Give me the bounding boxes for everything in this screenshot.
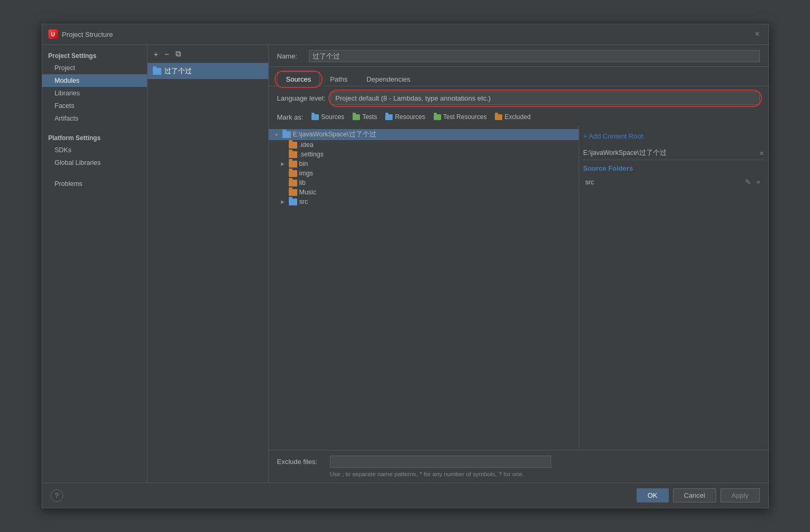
settings-folder-label: .settings (299, 151, 324, 158)
test-resources-folder-icon (434, 114, 441, 120)
cancel-button[interactable]: Cancel (673, 488, 716, 503)
settings-folder-icon (289, 151, 297, 158)
tree-area: ▼ E:\javaWorkSpace\过了个过 .idea .se (269, 126, 579, 450)
sidebar-item-sdks[interactable]: SDKs (42, 144, 147, 156)
expand-bin-icon[interactable]: ▶ (279, 160, 287, 168)
remove-source-folder-button[interactable]: × (755, 178, 762, 186)
sources-folder-icon (311, 114, 319, 120)
resources-folder-icon (385, 114, 393, 120)
app-icon: U (48, 29, 58, 39)
source-folder-actions: ✎ × (744, 178, 762, 186)
imgs-folder-icon (289, 170, 297, 177)
sidebar-item-project[interactable]: Project (42, 62, 147, 74)
sidebar-item-libraries[interactable]: Libraries (42, 87, 147, 100)
mark-excluded-button[interactable]: Excluded (493, 112, 532, 122)
bottom-bar: ? OK Cancel Apply (42, 482, 768, 508)
lib-folder-label: lib (299, 179, 306, 186)
source-folders-title: Source Folders (583, 164, 764, 172)
remove-module-button[interactable]: − (162, 48, 171, 60)
sidebar-item-global-libraries[interactable]: Global Libraries (42, 156, 147, 169)
right-panel: + Add Content Root E:\javaWorkSpace\过了个过… (579, 126, 768, 450)
module-list-item[interactable]: 过了个过 (148, 63, 268, 79)
excluded-folder-icon (495, 114, 502, 120)
title-bar: U Project Structure × (42, 24, 768, 45)
exclude-hint: Use ; to separate name patterns, * for a… (277, 471, 760, 477)
source-folder-item: src ✎ × (583, 176, 764, 188)
mark-tests-button[interactable]: Tests (350, 112, 379, 122)
sidebar-item-problems[interactable]: Problems (42, 178, 147, 190)
add-module-button[interactable]: + (152, 48, 161, 60)
project-structure-dialog: U Project Structure × Project Settings P… (42, 24, 769, 508)
tests-folder-icon (353, 114, 360, 120)
language-select[interactable]: Project default (8 - Lambdas, type annot… (330, 92, 759, 105)
dialog-title: Project Structure (62, 31, 113, 38)
sidebar-item-facets[interactable]: Facets (42, 100, 147, 112)
tree-item-imgs[interactable]: imgs (269, 169, 579, 178)
mark-resources-button[interactable]: Resources (383, 112, 427, 122)
sidebar: Project Settings Project Modules Librari… (42, 45, 148, 482)
tree-item-src[interactable]: ▶ src (269, 197, 579, 206)
mark-as-row: Mark as: Sources Tests Resources Test Re… (269, 110, 768, 126)
platform-settings-title: Platform Settings (42, 131, 147, 144)
module-name: 过了个过 (164, 66, 192, 76)
language-select-wrapper: Project default (8 - Lambdas, type annot… (330, 92, 759, 105)
language-row: Language level: Project default (8 - Lam… (269, 86, 768, 110)
module-toolbar: + − ⧉ (148, 45, 268, 63)
tree-item-bin[interactable]: ▶ bin (269, 159, 579, 169)
tree-item-music[interactable]: Music (269, 188, 579, 197)
root-path: E:\javaWorkSpace\过了个过 (293, 130, 376, 139)
action-buttons: OK Cancel Apply (637, 488, 760, 503)
ok-button[interactable]: OK (637, 488, 669, 503)
content-root-close-button[interactable]: × (759, 149, 764, 157)
root-folder-icon (282, 131, 291, 138)
module-folder-icon (153, 68, 161, 75)
idea-folder-icon (289, 142, 297, 149)
mark-test-resources-button[interactable]: Test Resources (432, 112, 489, 122)
bin-folder-label: bin (299, 160, 308, 168)
src-folder-label: src (299, 198, 308, 205)
main-content: Name: Sources Paths Dependencies Languag… (269, 45, 768, 482)
module-list: 过了个过 (148, 63, 268, 482)
bin-folder-icon (289, 161, 297, 168)
expand-src-icon[interactable]: ▶ (279, 198, 287, 205)
imgs-folder-label: imgs (299, 170, 313, 177)
mark-sources-button[interactable]: Sources (309, 112, 346, 122)
tab-dependencies[interactable]: Dependencies (357, 72, 419, 86)
language-label: Language level: (277, 94, 326, 102)
tab-sources[interactable]: Sources (277, 72, 320, 86)
src-folder-icon (289, 199, 297, 205)
content-root-header: E:\javaWorkSpace\过了个过 × (583, 146, 764, 160)
name-label: Name: (277, 52, 304, 60)
tree-item-idea[interactable]: .idea (269, 140, 579, 150)
project-settings-title: Project Settings (42, 49, 147, 62)
add-content-root-button[interactable]: + Add Content Root (583, 130, 764, 142)
module-panel: + − ⧉ 过了个过 (148, 45, 269, 482)
tree-root-item[interactable]: ▼ E:\javaWorkSpace\过了个过 (269, 129, 579, 140)
sidebar-item-artifacts[interactable]: Artifacts (42, 112, 147, 125)
content-split: ▼ E:\javaWorkSpace\过了个过 .idea .se (269, 126, 768, 450)
exclude-input[interactable] (330, 456, 551, 468)
close-button[interactable]: × (753, 28, 762, 40)
apply-button[interactable]: Apply (720, 488, 760, 503)
copy-module-button[interactable]: ⧉ (173, 48, 183, 60)
tree-item-settings[interactable]: .settings (269, 150, 579, 159)
expand-root-icon[interactable]: ▼ (273, 131, 280, 139)
mark-as-label: Mark as: (277, 113, 304, 121)
lib-folder-icon (289, 180, 297, 186)
music-folder-label: Music (299, 189, 317, 196)
tab-paths[interactable]: Paths (321, 72, 356, 86)
tree-item-lib[interactable]: lib (269, 178, 579, 188)
help-button[interactable]: ? (51, 489, 63, 502)
title-bar-left: U Project Structure (48, 29, 113, 39)
edit-source-folder-button[interactable]: ✎ (744, 178, 753, 186)
name-row: Name: (269, 45, 768, 67)
exclude-label: Exclude files: (277, 458, 325, 466)
name-input[interactable] (309, 50, 760, 62)
sidebar-item-modules[interactable]: Modules (42, 74, 147, 87)
music-folder-icon (289, 189, 297, 196)
dialog-body: Project Settings Project Modules Librari… (42, 45, 768, 482)
exclude-area: Exclude files: Use ; to separate name pa… (269, 450, 768, 482)
idea-folder-label: .idea (299, 141, 314, 149)
source-folder-name: src (585, 179, 594, 186)
tabs-row: Sources Paths Dependencies (269, 67, 768, 86)
